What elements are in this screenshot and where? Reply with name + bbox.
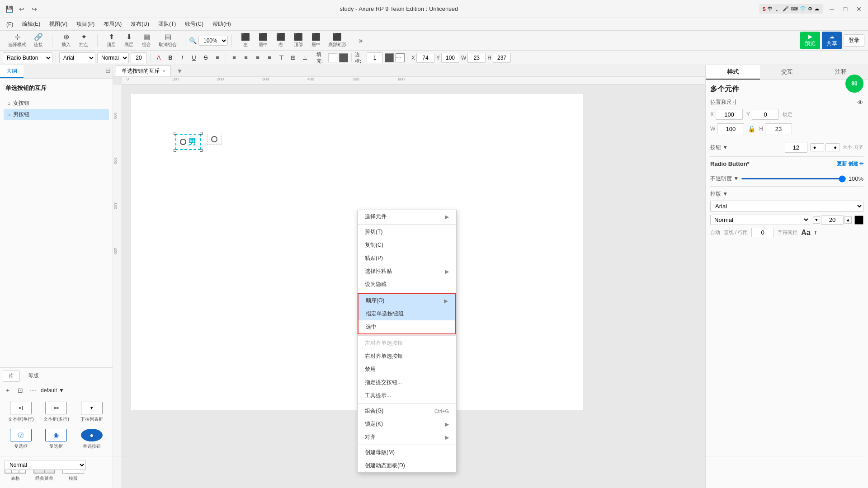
menu-account[interactable]: 账号(C)	[181, 19, 207, 29]
bullet-button[interactable]: ≡	[212, 53, 222, 63]
text-top-button[interactable]: ⊤	[276, 53, 286, 63]
menu-edit[interactable]: 编辑(E)	[19, 19, 44, 29]
bottom-layer-button[interactable]: ⬇ 底层	[121, 33, 137, 49]
btn-align-left-icon[interactable]: ●—	[810, 143, 825, 151]
font-size-up[interactable]: ▲	[844, 216, 852, 224]
top-layer-button[interactable]: ⬆ 顶层	[103, 33, 119, 49]
lib-item-text-single[interactable]: ≡| 文本框(单行)	[5, 400, 37, 424]
fill-color-button[interactable]	[328, 53, 337, 62]
more-tools-button[interactable]: »	[353, 33, 369, 49]
aa-icon[interactable]: Aa	[801, 229, 810, 237]
tab-interaction[interactable]: 交互	[760, 65, 814, 80]
ctx-cut[interactable]: 剪切(T)	[358, 225, 456, 239]
menu-help[interactable]: 帮助(H)	[209, 19, 235, 29]
handle-tl[interactable]	[174, 132, 176, 135]
canvas-tab-dropdown[interactable]: ▼	[173, 66, 186, 75]
handle-bl[interactable]	[174, 149, 176, 152]
align-center-button[interactable]: ⬛ 居中	[255, 33, 271, 49]
lib-item-checkbox[interactable]: ☑ 复选框	[5, 427, 37, 451]
font-color-swatch[interactable]	[854, 216, 863, 225]
close-button[interactable]: ✕	[854, 5, 863, 14]
ctx-align[interactable]: 对齐 ▶	[358, 431, 456, 444]
ctx-create-master[interactable]: 创建母版(M)	[358, 446, 456, 459]
canvas-tab-close[interactable]: ×	[162, 68, 165, 74]
line-spacing-input[interactable]	[751, 228, 774, 237]
ungroup-button[interactable]: ▤ 取消组合	[156, 33, 179, 49]
align-left-text-button[interactable]: ≡	[229, 53, 239, 63]
ctx-tooltip[interactable]: 工具提示...	[358, 389, 456, 402]
align-center-text-button[interactable]: ≡	[241, 53, 251, 63]
x-input[interactable]	[416, 53, 434, 63]
login-button[interactable]: 登录	[844, 34, 864, 47]
menu-publish[interactable]: 发布(U)	[127, 19, 153, 29]
align-left-button[interactable]: ⬛ 左	[237, 33, 254, 49]
ctx-lock[interactable]: 锁定(K) ▶	[358, 418, 456, 431]
y-input[interactable]	[441, 53, 459, 63]
lib-tab-masters[interactable]: 母版	[23, 371, 44, 382]
underline-button[interactable]: U	[189, 53, 199, 63]
font-size-input[interactable]	[131, 52, 147, 63]
ctx-select[interactable]: 选中	[359, 320, 455, 333]
menu-view[interactable]: 视图(V)	[46, 19, 71, 29]
redo-icon[interactable]: ↪	[30, 5, 39, 14]
undo-icon[interactable]: ↩	[17, 5, 26, 14]
align-top-button[interactable]: ⬛ 顶部	[290, 33, 307, 49]
lock-icon[interactable]: 🔒	[748, 125, 755, 132]
text-style-icon[interactable]: T	[814, 230, 817, 235]
italic-button[interactable]: I	[177, 53, 187, 63]
canvas-tab-main[interactable]: 单选按钮的互斥 ×	[116, 66, 171, 76]
share-button[interactable]: ☁ 共享	[822, 32, 842, 49]
menu-project[interactable]: 项目(P)	[73, 19, 98, 29]
bold-button[interactable]: B	[165, 53, 175, 63]
btn-section-label[interactable]: 按钮 ▼	[710, 144, 728, 151]
font-style-select[interactable]: Normal	[97, 52, 129, 63]
w-coord-input[interactable]	[717, 123, 744, 134]
ctx-create-dynamic[interactable]: 创建动态面板(D)	[358, 459, 456, 472]
lib-item-radio[interactable]: ◉ 复选框	[40, 427, 72, 451]
handle-br[interactable]	[200, 149, 203, 152]
opacity-label[interactable]: 不透明度 ▼	[710, 175, 739, 183]
h-coord-input[interactable]	[765, 123, 792, 134]
strikethrough-button[interactable]: S	[201, 53, 211, 63]
typography-label[interactable]: 排版 ▼	[710, 190, 863, 198]
insert-button[interactable]: ⊕ 插入	[58, 33, 74, 49]
outline-item-male[interactable]: ○ 男按钮	[4, 109, 109, 120]
save-icon[interactable]: 💾	[5, 5, 14, 14]
ctx-copy[interactable]: 复制(C)	[358, 239, 456, 252]
lib-item-dropdown[interactable]: ▼ 下拉列表框	[75, 400, 108, 424]
lib-item-text-multi[interactable]: ≡≡ 文本框(多行)	[40, 400, 72, 424]
align-justify-text-button[interactable]: ≡	[264, 53, 274, 63]
ctx-select-element[interactable]: 选择元件 ▶	[358, 210, 456, 223]
filter-icon[interactable]: ⊟	[104, 65, 113, 78]
lib-copy-button[interactable]: ⊡	[15, 385, 25, 395]
btn-size-input[interactable]	[785, 142, 807, 153]
border-color-swatch[interactable]	[385, 53, 394, 62]
select-mode-button[interactable]: ⊹ 选择模式	[5, 33, 29, 49]
text-color-button[interactable]: A	[154, 53, 164, 63]
ctx-paste[interactable]: 粘贴(P)	[358, 252, 456, 265]
minimize-button[interactable]: ─	[827, 5, 836, 14]
outline-item-female[interactable]: ○ 女按钮	[4, 98, 109, 109]
component-type-select[interactable]: Radio Button	[3, 52, 52, 63]
handle-tr[interactable]	[200, 132, 203, 135]
w-input[interactable]	[467, 53, 486, 63]
lib-add-button[interactable]: +	[3, 385, 13, 395]
radio-element-2[interactable]	[207, 134, 222, 145]
y-coord-input[interactable]	[752, 109, 779, 120]
ctx-selective-paste[interactable]: 选择性粘贴 ▶	[358, 265, 456, 278]
lib-tab-library[interactable]: 库	[3, 371, 20, 382]
x-coord-input[interactable]	[716, 109, 743, 120]
ctx-assign-submit[interactable]: 指定提交按钮...	[358, 376, 456, 389]
tab-style[interactable]: 样式	[706, 65, 760, 80]
control-point-button[interactable]: ✦ 控点	[75, 33, 92, 49]
zoom-select[interactable]: 100% 75% 150% 200%	[198, 36, 228, 46]
radio-element-selected[interactable]: 男	[175, 134, 201, 150]
ctx-assign-radio-group[interactable]: 指定单选按钮组	[359, 307, 455, 320]
update-create-btn[interactable]: 更新 创建 ✏	[837, 160, 863, 167]
font-family-select[interactable]: Arial	[59, 52, 95, 63]
ctx-order[interactable]: 顺序(O) ▶	[359, 294, 455, 307]
menu-layout[interactable]: 布局(A)	[100, 19, 125, 29]
group-button[interactable]: ▦ 组合	[138, 33, 155, 49]
right-font-style-select[interactable]: Normal Bold Italic	[710, 215, 810, 225]
ctx-align-right-radio[interactable]: 右对齐单选按钮	[358, 350, 456, 363]
